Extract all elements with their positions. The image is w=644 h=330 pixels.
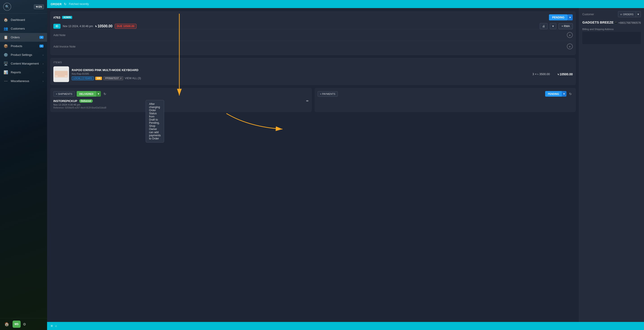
add-payment-button[interactable]: + PAYMENTS xyxy=(318,91,338,96)
delivered-dropdown-button[interactable]: ▾ xyxy=(96,91,101,96)
sidebar-item-miscellaneous[interactable]: ⋯ Miscellaneous › xyxy=(0,77,47,86)
pp-badge[interactable]: PP0566TEST ↗ xyxy=(103,76,123,80)
svg-rect-8 xyxy=(55,73,58,74)
chevron-right-icon: › xyxy=(42,54,44,56)
language-switcher[interactable]: বাং EN xyxy=(34,4,44,9)
delivered-group: DELIVERED ▾ xyxy=(77,91,101,96)
settings-gear-icon[interactable]: ⚙ xyxy=(23,322,26,326)
payments-card: + PAYMENTS PENDING ▾ ↻ xyxy=(314,88,576,112)
payments-refresh-button[interactable]: ↻ xyxy=(568,91,573,96)
orders-button-group: ≡ ORDERS ▾ xyxy=(618,11,641,17)
local-badge: LOCAL | 2 YEARS xyxy=(72,76,94,80)
rma-button[interactable]: + RMA xyxy=(558,23,573,29)
item-tags: LOCAL | 2 YEARS S/N PP0566TEST ↗ VIEW AL… xyxy=(72,76,530,80)
sidebar-item-products[interactable]: 📦 Products + xyxy=(0,42,47,50)
sidebar-item-label: Miscellaneous xyxy=(11,79,40,83)
sidebar-item-orders[interactable]: 📋 Orders + xyxy=(0,33,47,42)
sidebar-item-customers[interactable]: 👥 Customers xyxy=(0,24,47,33)
due-badge: DUE 10500.00 xyxy=(115,24,136,29)
customer-section-label: Customer xyxy=(582,13,594,16)
item-quantity: 3 × ৳ 3500.00 xyxy=(532,72,550,76)
svg-rect-7 xyxy=(66,72,68,73)
topbar-refresh-icon[interactable]: ↻ xyxy=(64,2,66,6)
svg-rect-9 xyxy=(58,73,59,74)
svg-rect-17 xyxy=(61,74,62,75)
payment-pending-button[interactable]: PENDING xyxy=(545,91,562,96)
orders-dropdown-button[interactable]: ▾ xyxy=(636,11,641,17)
sidebar-item-label: Products xyxy=(11,44,37,48)
payment-pending-group: PENDING ▾ xyxy=(545,91,566,96)
payment-pending-dropdown[interactable]: ▾ xyxy=(562,91,566,96)
svg-rect-6 xyxy=(64,72,65,73)
content-icon: 🖥️ xyxy=(4,62,8,66)
sidebar-item-label: Content Management xyxy=(11,62,40,65)
search-icon[interactable]: 🔍 xyxy=(3,3,11,11)
svg-rect-20 xyxy=(58,76,64,77)
pending-dropdown-button[interactable]: ▾ xyxy=(568,14,573,20)
add-note-icon[interactable]: + xyxy=(567,32,573,38)
pending-status-button[interactable]: PENDING xyxy=(549,14,568,20)
svg-rect-10 xyxy=(60,73,61,74)
sidebar-bottom: 🏠 MS ⚙ xyxy=(0,318,47,330)
svg-rect-4 xyxy=(60,72,62,73)
add-note-label: Add Note xyxy=(53,34,66,37)
payments-header: + PAYMENTS PENDING ▾ ↻ xyxy=(318,91,573,96)
svg-rect-5 xyxy=(62,72,64,73)
home-bottom-icon[interactable]: 🏠 xyxy=(3,320,10,328)
sidebar-item-content-management[interactable]: 🖥️ Content Management › xyxy=(0,59,47,68)
svg-rect-2 xyxy=(57,72,58,73)
customer-name-row: GADGETS BREEZE 📱 +88017687990576 xyxy=(582,20,641,25)
order-date: Nov 13 2024, 4:30:46 pm xyxy=(63,25,93,28)
pending-status-group: PENDING ▾ xyxy=(549,14,573,20)
user-avatar[interactable]: MS xyxy=(12,320,20,328)
products-icon: 📦 xyxy=(4,44,8,48)
items-card: ITEMS xyxy=(50,58,576,85)
orders-icon: 📋 xyxy=(4,35,8,40)
more-actions-button[interactable]: ▾ xyxy=(550,23,556,29)
orders-add-badge[interactable]: + xyxy=(40,36,44,39)
hamburger-icon[interactable]: ≡ xyxy=(51,324,53,328)
print-button[interactable]: 🖨 xyxy=(540,23,548,29)
left-panel: #763 ADMIN PENDING ▾ ID Nov 13 2024, 4:3… xyxy=(47,8,579,322)
add-note-row[interactable]: Add Note + xyxy=(53,29,573,40)
delivered-status-button[interactable]: DELIVERED xyxy=(77,91,96,96)
nav-menu: 🏠 Dashboard 👥 Customers 📋 Orders + 📦 Pro… xyxy=(0,14,47,318)
edit-icon[interactable]: ✏ xyxy=(306,99,309,103)
shipments-card: + SHIPMENTS DELIVERED ▾ ↻ INSTOREPICKUP … xyxy=(50,88,312,112)
add-invoice-note-icon[interactable]: + xyxy=(567,44,573,49)
shipment-date: Nov 13 2024 4:30:46 pm xyxy=(53,103,309,106)
order-number: #763 xyxy=(53,16,60,19)
keyboard-svg xyxy=(54,68,68,80)
delivered-inline-badge: Delivered xyxy=(79,99,93,103)
orders-button[interactable]: ≡ ORDERS xyxy=(618,11,636,17)
customers-icon: 👥 xyxy=(4,26,8,31)
sn-badge: S/N xyxy=(95,77,102,80)
svg-rect-14 xyxy=(55,74,57,75)
chevron-right-icon: › xyxy=(42,62,44,65)
item-details: RAPOO E9050G PINK MULTI-MODE KEYBOARD Ke… xyxy=(72,68,530,80)
shipments-refresh-button[interactable]: ↻ xyxy=(103,91,107,96)
add-invoice-note-row[interactable]: Add Invoice Note + xyxy=(53,40,573,52)
sidebar: 🔍 বাং EN 🏠 Dashboard 👥 Customers 📋 Order… xyxy=(0,0,47,330)
sidebar-item-dashboard[interactable]: 🏠 Dashboard xyxy=(0,16,47,24)
topbar-fetched-label: Fetched recently xyxy=(69,2,89,6)
order-id-section: #763 ADMIN xyxy=(53,16,72,19)
products-add-badge[interactable]: + xyxy=(40,44,44,48)
add-shipment-button[interactable]: + SHIPMENTS xyxy=(53,91,75,96)
sidebar-item-label: Customers xyxy=(11,27,44,30)
sidebar-item-label: Dashboard xyxy=(11,18,44,22)
sidebar-item-reports[interactable]: 📊 Reports › xyxy=(0,68,47,77)
admin-badge: ADMIN xyxy=(62,16,72,19)
content-area: #763 ADMIN PENDING ▾ ID Nov 13 2024, 4:3… xyxy=(47,8,644,322)
svg-rect-11 xyxy=(61,73,62,74)
order-id-button[interactable]: ID xyxy=(53,24,60,29)
svg-rect-1 xyxy=(55,72,57,73)
sidebar-item-product-settings[interactable]: ⚙️ Product Settings › xyxy=(0,50,47,59)
sidebar-item-label: Product Settings xyxy=(11,53,40,56)
shipment-reference: Reference: 0259dcf5-e257-4ec4-913f-6ba42… xyxy=(53,106,309,109)
view-all-button[interactable]: VIEW ALL (3) xyxy=(125,77,141,80)
svg-rect-15 xyxy=(58,74,59,75)
misc-icon: ⋯ xyxy=(4,79,8,83)
items-section-label: ITEMS xyxy=(53,61,573,64)
back-arrow-icon[interactable]: ‹ xyxy=(55,324,56,328)
